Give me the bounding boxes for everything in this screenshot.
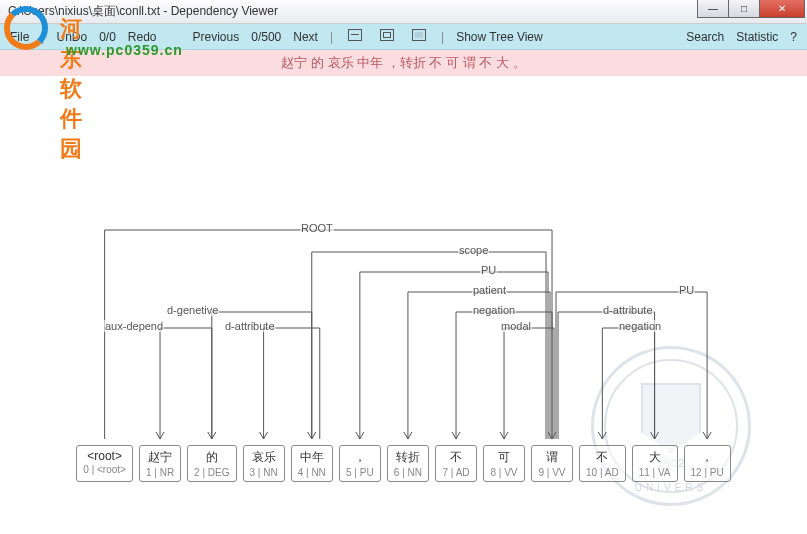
redo-button[interactable]: Redo (124, 28, 161, 46)
layout-fill-icon[interactable] (405, 27, 433, 46)
arc-label-pu1: PU (480, 264, 497, 276)
arc-label-neg2: negation (618, 320, 662, 332)
file-menu[interactable]: File (6, 28, 33, 46)
token-row: <root>0 | <root> 赵宁1 | NR 的2 | DEG 哀乐3 |… (0, 445, 807, 482)
arc-label-aux: aux-depend (104, 320, 164, 332)
previous-button[interactable]: Previous (189, 28, 244, 46)
arc-label-neg1: negation (472, 304, 516, 316)
toolbar: File | UnDo 0/0 Redo Previous 0/500 Next… (0, 24, 807, 50)
undo-button[interactable]: UnDo (52, 28, 91, 46)
separator-icon: | (37, 30, 48, 44)
nav-count: 0/500 (247, 28, 285, 46)
arc-label-dgen: d-genetive (166, 304, 219, 316)
university-seal: 1902 UNIVERS (591, 346, 751, 506)
seal-name: UNIVERS (635, 482, 707, 493)
token-node[interactable]: ，5 | PU (339, 445, 381, 482)
layout-single-icon[interactable] (341, 27, 369, 46)
token-node[interactable]: 的2 | DEG (187, 445, 236, 482)
help-button[interactable]: ? (786, 28, 801, 46)
tree-view-button[interactable]: Show Tree View (452, 28, 547, 46)
token-node[interactable]: 不10 | AD (579, 445, 626, 482)
close-button[interactable]: ✕ (759, 0, 805, 18)
window-title: C:\Users\nixius\桌面\conll.txt - Dependenc… (8, 3, 278, 20)
dependency-canvas[interactable]: 1902 UNIVERS ROOT scope PU patient negat… (0, 76, 807, 534)
token-node[interactable]: 不7 | AD (435, 445, 477, 482)
token-node[interactable]: 中年4 | NN (291, 445, 333, 482)
token-node[interactable]: ，12 | PU (684, 445, 731, 482)
arc-label-dattr1: d-attribute (224, 320, 276, 332)
arc-label-patient: patient (472, 284, 507, 296)
arc-label-modal: modal (500, 320, 532, 332)
token-node[interactable]: 哀乐3 | NN (243, 445, 285, 482)
search-button[interactable]: Search (682, 28, 728, 46)
titlebar: C:\Users\nixius\桌面\conll.txt - Dependenc… (0, 0, 807, 24)
maximize-button[interactable]: □ (728, 0, 760, 18)
token-node[interactable]: 可8 | VV (483, 445, 525, 482)
separator-icon: | (326, 30, 337, 44)
separator-icon: | (437, 30, 448, 44)
arc-label-dattr2: d-attribute (602, 304, 654, 316)
token-node[interactable]: 大11 | VA (632, 445, 678, 482)
minimize-button[interactable]: — (697, 0, 729, 18)
layout-box-icon[interactable] (373, 27, 401, 46)
token-node[interactable]: 赵宁1 | NR (139, 445, 181, 482)
shield-icon (641, 383, 701, 453)
arc-label-root: ROOT (300, 222, 334, 234)
arc-label-pu2: PU (678, 284, 695, 296)
token-node[interactable]: 转折6 | NN (387, 445, 429, 482)
next-button[interactable]: Next (289, 28, 322, 46)
sentence-display: 赵宁 的 哀乐 中年 ，转折 不 可 谓 不 大 。 (0, 50, 807, 76)
token-node[interactable]: <root>0 | <root> (76, 445, 133, 482)
arc-label-scope: scope (458, 244, 489, 256)
token-node[interactable]: 谓9 | VV (531, 445, 573, 482)
statistic-button[interactable]: Statistic (732, 28, 782, 46)
undo-count: 0/0 (95, 28, 120, 46)
